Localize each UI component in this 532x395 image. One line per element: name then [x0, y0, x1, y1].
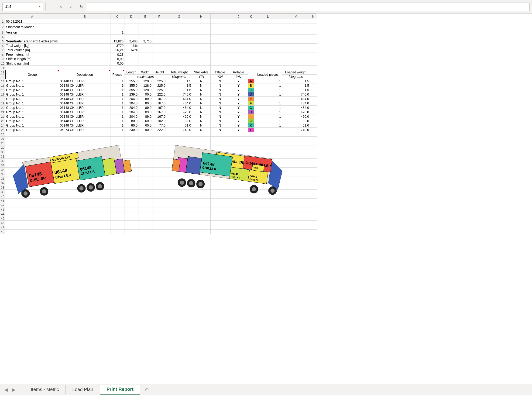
cell[interactable]: N [211, 115, 229, 119]
row-header-15[interactable]: 15 [0, 83, 5, 88]
cell[interactable] [254, 159, 282, 163]
cell[interactable] [124, 150, 138, 154]
cell[interactable]: Y [229, 123, 248, 128]
cell[interactable] [124, 66, 138, 70]
cell[interactable] [110, 154, 124, 159]
cell[interactable]: 1 [254, 88, 282, 92]
cell[interactable] [110, 172, 124, 176]
cell[interactable] [254, 19, 282, 24]
table-subheader[interactable]: Y/N [192, 75, 211, 79]
cell[interactable] [166, 230, 192, 234]
cell[interactable] [124, 225, 138, 230]
cell[interactable]: N [192, 106, 211, 110]
cell[interactable] [138, 159, 152, 163]
cell[interactable] [229, 132, 248, 137]
fx-icon[interactable]: fx [76, 3, 87, 11]
cell[interactable] [310, 19, 317, 24]
cell[interactable] [229, 30, 248, 35]
cell[interactable] [248, 203, 254, 207]
cell[interactable] [229, 57, 248, 61]
table-subheader[interactable]: centimeters [124, 75, 166, 79]
cell[interactable]: 06274 CHILLER [59, 128, 110, 132]
cell[interactable] [124, 145, 138, 150]
cell[interactable] [248, 137, 254, 141]
cell[interactable] [211, 154, 229, 159]
cell[interactable] [138, 181, 152, 185]
cell[interactable] [110, 216, 124, 221]
cell[interactable] [110, 145, 124, 150]
cell[interactable] [59, 181, 110, 185]
cell[interactable] [310, 115, 317, 119]
row-header-5[interactable]: 5 [0, 39, 5, 44]
cell[interactable] [310, 154, 317, 159]
cell[interactable] [110, 150, 124, 154]
cell[interactable] [166, 216, 192, 221]
cell[interactable] [248, 39, 254, 44]
row-header-6[interactable]: 6 [0, 44, 5, 48]
row-header-44[interactable]: 44 [0, 212, 5, 216]
cell[interactable] [254, 52, 282, 57]
cell[interactable] [166, 203, 192, 207]
cell[interactable] [254, 203, 282, 207]
col-header-I[interactable]: I [211, 14, 229, 19]
cell[interactable] [248, 172, 254, 176]
cell[interactable] [124, 35, 138, 39]
cell[interactable] [110, 212, 124, 216]
cell[interactable] [282, 212, 310, 216]
cell[interactable]: Group No. 1 [5, 110, 59, 115]
cell[interactable] [166, 163, 192, 168]
cell[interactable] [282, 216, 310, 221]
cell[interactable] [110, 181, 124, 185]
cell[interactable]: 1,5 [166, 79, 192, 83]
cell[interactable]: 204,0 [124, 106, 138, 110]
cell[interactable] [138, 52, 152, 57]
cell[interactable]: Group No. 1 [5, 101, 59, 106]
cell[interactable] [282, 30, 310, 35]
cell[interactable] [310, 110, 317, 115]
cell[interactable]: 1 [254, 83, 282, 88]
cell[interactable] [310, 66, 317, 70]
cell[interactable] [211, 194, 229, 198]
cell[interactable] [310, 159, 317, 163]
cell[interactable] [254, 154, 282, 159]
cell[interactable] [229, 230, 248, 234]
cell[interactable]: 06148 CHILLER [59, 83, 110, 88]
cell[interactable] [5, 176, 59, 181]
cell[interactable] [110, 168, 124, 172]
cell[interactable]: N [211, 88, 229, 92]
cell[interactable] [124, 194, 138, 198]
cell[interactable] [192, 172, 211, 176]
cell[interactable] [152, 141, 166, 145]
cell[interactable]: 1,5 [166, 83, 192, 88]
cell[interactable] [229, 52, 248, 57]
cell[interactable]: N [211, 101, 229, 106]
cell[interactable] [59, 168, 110, 172]
cell[interactable] [310, 137, 317, 141]
cell[interactable] [248, 44, 254, 48]
cell[interactable]: 204,0 [124, 110, 138, 115]
cell[interactable] [5, 216, 59, 221]
cell[interactable]: Group No. 1 [5, 79, 59, 83]
cell[interactable] [229, 66, 248, 70]
cell[interactable]: B [248, 83, 254, 88]
cell[interactable] [282, 39, 310, 44]
cell[interactable] [211, 207, 229, 212]
cell[interactable] [110, 159, 124, 163]
cell[interactable] [192, 52, 211, 57]
cell[interactable] [110, 198, 124, 203]
cell[interactable] [254, 163, 282, 168]
cell[interactable] [310, 48, 317, 52]
cell[interactable] [282, 66, 310, 70]
cell[interactable]: N [211, 92, 229, 97]
cell[interactable]: 06148 CHILLER [59, 88, 110, 92]
cell[interactable]: 82,0 [282, 119, 310, 123]
cell[interactable] [192, 61, 211, 66]
cell[interactable] [310, 145, 317, 150]
cell[interactable] [211, 198, 229, 203]
row-header-38[interactable]: 38 [0, 185, 5, 190]
cell[interactable] [192, 66, 211, 70]
cell[interactable] [254, 194, 282, 198]
cell[interactable] [229, 203, 248, 207]
cell[interactable] [152, 30, 166, 35]
cell[interactable] [310, 172, 317, 176]
